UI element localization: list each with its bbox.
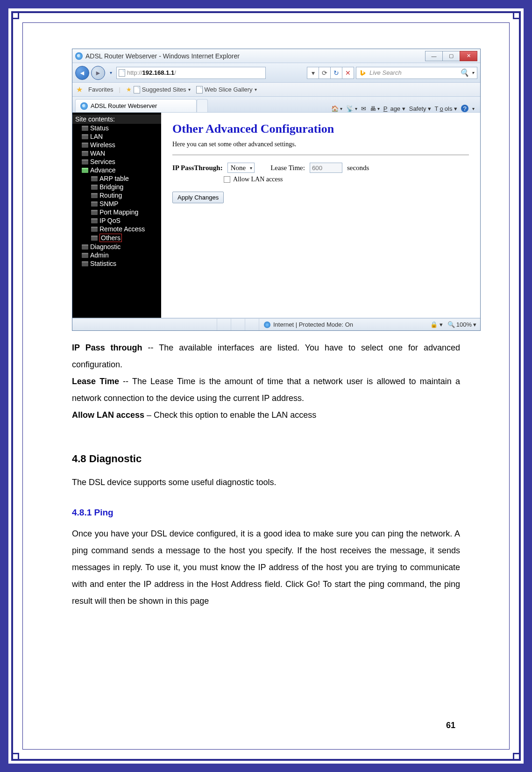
sidebar-item-routing[interactable]: Routing xyxy=(72,191,161,200)
sidebar-item-label: Routing xyxy=(99,192,122,199)
sidebar-item-advance[interactable]: Advance xyxy=(72,166,161,174)
search-dd[interactable]: ▾ xyxy=(472,70,474,75)
term-lease-time: Lease Time xyxy=(72,377,119,386)
home-icon[interactable]: 🏠 ▾ xyxy=(331,105,342,112)
maximize-button[interactable]: ▢ xyxy=(442,51,460,61)
folder-icon xyxy=(91,201,98,207)
search-icon[interactable]: 🔍 xyxy=(460,68,469,77)
sidebar-item-label: Bridging xyxy=(99,183,123,191)
panel-heading: Other Advanced Configuration xyxy=(172,122,469,136)
sidebar-item-ip-qos[interactable]: IP QoS xyxy=(72,216,161,225)
sidebar-item-label: ARP table xyxy=(99,175,129,182)
safety-menu[interactable]: Safety ▾ xyxy=(409,105,431,112)
folder-icon xyxy=(91,176,98,181)
search-box[interactable]: Live Search 🔍 ▾ xyxy=(356,67,477,79)
sidebar-header: Site contents: xyxy=(72,114,161,124)
zoom-value: 100% xyxy=(456,321,472,328)
sidebar-item-diagnostic[interactable]: Diagnostic xyxy=(72,243,161,251)
refresh-icon[interactable]: ↻ xyxy=(330,67,342,79)
web-slice-link[interactable]: Web Slice Gallery ▾ xyxy=(196,86,257,93)
sidebar-item-label: WAN xyxy=(90,150,105,157)
lease-unit: seconds xyxy=(347,164,369,172)
apply-changes-button[interactable]: Apply Changes xyxy=(172,192,224,203)
page-icon xyxy=(134,86,140,93)
ie-icon xyxy=(75,52,83,60)
zoom-control[interactable]: 🔍100% ▾ xyxy=(447,321,476,328)
sidebar-item-others[interactable]: Others xyxy=(72,233,161,243)
sidebar-item-status[interactable]: Status xyxy=(72,124,161,132)
sidebar-item-bridging[interactable]: Bridging xyxy=(72,183,161,191)
minimize-button[interactable]: — xyxy=(425,51,443,61)
page-menu[interactable]: PPageage ▾ xyxy=(383,105,405,112)
sidebar-item-wireless[interactable]: Wireless xyxy=(72,141,161,149)
sidebar-item-arp-table[interactable]: ARP table xyxy=(72,174,161,183)
url-prefix: http:// xyxy=(127,69,142,76)
page-icon xyxy=(196,86,203,93)
folder-icon xyxy=(82,126,88,131)
favorites-star-icon[interactable]: ★ xyxy=(76,85,83,94)
tab-active[interactable]: ADSL Router Webserver xyxy=(75,99,197,112)
sidebar-item-statistics[interactable]: Statistics xyxy=(72,259,161,268)
url-host: 192.168.1.1 xyxy=(142,69,175,76)
nav-history-dropdown[interactable]: ▾ xyxy=(107,66,114,80)
content-area: Site contents: StatusLANWirelessWANServi… xyxy=(72,113,480,318)
sidebar-item-lan[interactable]: LAN xyxy=(72,132,161,141)
sidebar-item-label: Remote Access xyxy=(99,225,145,233)
folder-icon xyxy=(82,244,88,250)
folder-icon xyxy=(82,151,88,156)
page-icon xyxy=(119,69,125,77)
tab-title: ADSL Router Webserver xyxy=(91,102,157,109)
folder-icon xyxy=(82,168,88,173)
allow-lan-checkbox[interactable] xyxy=(224,176,230,183)
sidebar-item-wan[interactable]: WAN xyxy=(72,149,161,157)
doc-body: IP Pass through -- The available interfa… xyxy=(72,339,460,609)
text-allow-lan: – Check this option to enable the LAN ac… xyxy=(144,410,316,420)
forward-button[interactable]: ► xyxy=(91,66,105,80)
sidebar-item-snmp[interactable]: SNMP xyxy=(72,200,161,208)
addr-dropdown[interactable]: ▾ xyxy=(307,67,319,79)
zone-icon xyxy=(264,322,270,328)
term-allow-lan: Allow LAN access xyxy=(72,410,144,420)
title-bar: ADSL Router Webserver - Windows Internet… xyxy=(72,49,480,63)
stop-icon[interactable]: ✕ xyxy=(342,67,354,79)
compat-icon[interactable]: ⟳ xyxy=(319,67,331,79)
help-icon[interactable]: ? xyxy=(461,105,468,112)
mail-icon[interactable]: ✉ xyxy=(361,105,366,112)
sidebar-item-label: Wireless xyxy=(90,141,115,149)
ip-passthrough-select[interactable]: None xyxy=(227,163,255,173)
sidebar-item-services[interactable]: Services xyxy=(72,157,161,166)
sidebar-item-admin[interactable]: Admin xyxy=(72,251,161,259)
bing-icon xyxy=(359,69,367,77)
folder-icon xyxy=(91,218,98,223)
feeds-icon[interactable]: 📡 ▾ xyxy=(346,105,357,112)
protected-mode-icon[interactable]: 🔒 ▾ xyxy=(430,321,443,328)
back-button[interactable]: ◄ xyxy=(75,66,89,80)
favorites-bar: ★ Favorites | ★ Suggested Sites ▾ Web Sl… xyxy=(72,83,480,97)
ie-icon xyxy=(80,102,88,110)
url-suffix: / xyxy=(174,69,176,76)
page-number: 61 xyxy=(446,721,455,730)
sidebar-item-label: Services xyxy=(90,158,115,165)
folder-icon xyxy=(91,185,98,190)
text-ping: Once you have your DSL device configured… xyxy=(72,525,460,609)
favorites-label[interactable]: Favorites xyxy=(88,86,113,93)
address-bar[interactable]: http://192.168.1.1/ xyxy=(116,67,266,79)
close-button[interactable]: ✕ xyxy=(460,51,477,61)
tools-menu[interactable]: Tools ▾ xyxy=(435,105,457,112)
sidebar-item-label: Others xyxy=(99,234,122,242)
text-diagnostic: The DSL device supports some useful diag… xyxy=(72,474,460,491)
sidebar-item-label: Status xyxy=(90,124,109,132)
web-slice-label: Web Slice Gallery xyxy=(205,86,253,93)
print-icon[interactable]: 🖶 ▾ xyxy=(370,105,380,112)
window-title: ADSL Router Webserver - Windows Internet… xyxy=(85,52,240,60)
status-bar: Internet | Protected Mode: On 🔒 ▾ 🔍100% … xyxy=(72,318,480,330)
folder-icon xyxy=(82,253,88,258)
sidebar-item-remote-access[interactable]: Remote Access xyxy=(72,225,161,233)
suggested-sites-link[interactable]: ★ Suggested Sites ▾ xyxy=(126,86,191,93)
lease-time-input[interactable] xyxy=(310,163,342,173)
sidebar-item-port-mapping[interactable]: Port Mapping xyxy=(72,208,161,216)
new-tab-button[interactable] xyxy=(197,99,208,112)
tab-bar: ADSL Router Webserver 🏠 ▾ 📡 ▾ ✉ 🖶 ▾ PPag… xyxy=(72,97,480,113)
allow-lan-label: Allow LAN access xyxy=(233,176,283,183)
sidebar: Site contents: StatusLANWirelessWANServi… xyxy=(72,113,161,318)
